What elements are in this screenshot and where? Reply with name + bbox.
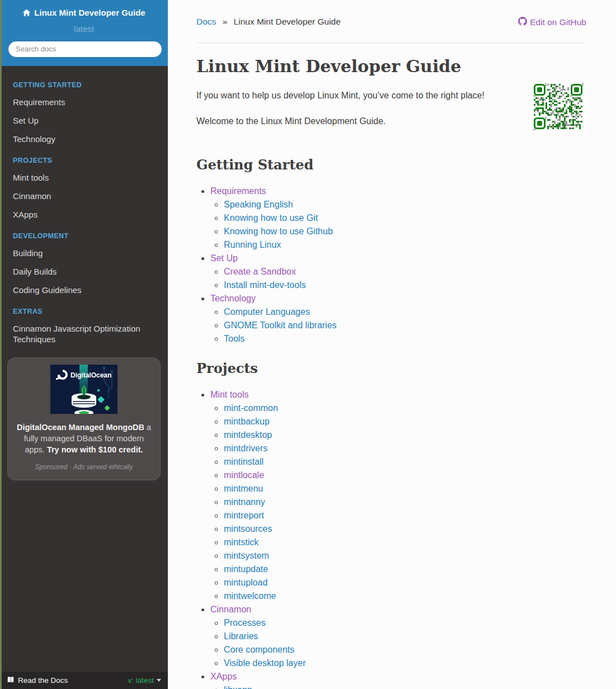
toc-link[interactable]: mintsystem [224, 551, 269, 560]
sidebar-header: Linux Mint Developer Guide latest [0, 0, 168, 66]
toc-link[interactable]: Core components [224, 645, 294, 654]
toc-link[interactable]: mint-common [224, 403, 278, 413]
sidebar-item-xapps[interactable]: XApps [0, 205, 168, 224]
toc-link[interactable]: Mint tools [210, 390, 248, 399]
breadcrumb-divider [196, 43, 586, 43]
toc-subitem: mintinstall [224, 455, 586, 469]
toc-link[interactable]: XApps [210, 672, 237, 681]
toc-link[interactable]: Speaking English [224, 200, 293, 209]
toc-list: RequirementsSpeaking EnglishKnowing how … [210, 185, 586, 346]
toc-link[interactable]: Tools [224, 334, 244, 343]
toc-subitem: mintreport [224, 509, 586, 522]
main-content: Docs » Linux Mint Developer Guide Edit o… [168, 0, 616, 689]
toc-link[interactable]: Computer Languages [224, 307, 310, 317]
toc-sublist: mint-commonmintbackupmintdesktopmintdriv… [224, 402, 586, 603]
toc-link[interactable]: mintupdate [224, 564, 268, 574]
toc-link[interactable]: Knowing how to use Github [224, 226, 333, 236]
toc-item: XAppslibxapppython-xapp [210, 670, 586, 689]
toc-link[interactable]: Technology [210, 294, 256, 303]
toc-sublist: libxapppython-xapp [224, 683, 586, 689]
edit-on-github-link[interactable]: Edit on GitHub [518, 17, 586, 28]
project-title: Linux Mint Developer Guide [34, 7, 145, 18]
toc-link[interactable]: mintinstall [224, 457, 264, 466]
toc-link[interactable]: mintwelcome [224, 591, 276, 601]
toc-item: Set UpCreate a SandboxInstall mint-dev-t… [210, 252, 586, 292]
toc-link[interactable]: Set Up [210, 253, 238, 263]
toc-link[interactable]: GNOME Toolkit and libraries [224, 320, 337, 330]
toc-sublist: ProcessesLibrariesCore componentsVisible… [224, 616, 586, 670]
home-icon [22, 9, 31, 17]
toc-link[interactable]: mintnanny [224, 497, 265, 507]
toc-subitem: Tools [224, 332, 586, 346]
sidebar-item-daily-builds[interactable]: Daily Builds [0, 262, 168, 281]
toc-link[interactable]: Processes [224, 618, 266, 627]
toc-link[interactable]: mintdrivers [224, 443, 267, 453]
section-heading: Projects [196, 360, 586, 377]
breadcrumb: Docs » Linux Mint Developer Guide [196, 17, 341, 27]
toc-link[interactable]: Requirements [210, 186, 266, 196]
sidebar-item-building[interactable]: Building [0, 244, 168, 262]
toc-sublist: Computer LanguagesGNOME Toolkit and libr… [224, 305, 586, 346]
toc-link[interactable]: Create a Sandbox [224, 267, 296, 276]
qr-code-image [530, 80, 586, 135]
sidebar-item-technology[interactable]: Technology [0, 130, 168, 148]
toc-subitem: Visible desktop layer [224, 657, 586, 670]
toc-link[interactable]: Knowing how to use Git [224, 213, 318, 223]
toc-subitem: mintlocale [224, 469, 586, 482]
toc-link[interactable]: mintsources [224, 524, 272, 534]
toc-subitem: mintnanny [224, 495, 586, 509]
toc-subitem: mintstick [224, 536, 586, 549]
toc-item: CinnamonProcessesLibrariesCore component… [210, 603, 586, 670]
toc-item: Mint toolsmint-commonmintbackupmintdeskt… [210, 388, 586, 603]
book-icon [7, 676, 15, 685]
toc-sublist: Create a SandboxInstall mint-dev-tools [224, 265, 586, 292]
toc-subitem: Core components [224, 643, 586, 657]
version-label: latest [8, 24, 160, 34]
page-title: Linux Mint Developer Guide [196, 56, 586, 77]
github-icon [518, 17, 527, 28]
intro-paragraph: If you want to help us develop Linux Min… [196, 89, 586, 102]
search-form [8, 41, 160, 58]
section-heading: Getting Started [196, 157, 586, 173]
sidebar-item-cinnamon[interactable]: Cinnamon [0, 187, 168, 205]
toc-sections: Getting StartedRequirementsSpeaking Engl… [196, 157, 586, 689]
toc-link[interactable]: mintlocale [224, 470, 264, 480]
toc-link[interactable]: Cinnamon [210, 605, 251, 614]
toc-link[interactable]: mintreport [224, 511, 264, 520]
toc-link[interactable]: mintupload [224, 578, 267, 587]
toc-subitem: Install mint-dev-tools [224, 279, 586, 292]
rtd-version-label: v: latest [128, 676, 154, 685]
rtd-version-switcher[interactable]: v: latest [128, 676, 161, 685]
chevron-down-icon [157, 679, 161, 682]
sidebar-item-requirements[interactable]: Requirements [0, 93, 168, 111]
toc-link[interactable]: mintdesktop [224, 430, 272, 440]
toc-subitem: Knowing how to use Git [224, 211, 586, 225]
toc-link[interactable]: Libraries [224, 631, 258, 641]
ad-image[interactable]: DigitalOcean [50, 365, 117, 414]
toc-link[interactable]: Running Linux [224, 240, 281, 249]
search-input[interactable] [8, 41, 162, 58]
sidebar-nav: GETTING STARTEDRequirementsSet UpTechnol… [0, 66, 168, 348]
toc-subitem: libxapp [224, 683, 586, 689]
ad-brand-text: DigitalOcean [70, 371, 111, 379]
sidebar-item-coding-guidelines[interactable]: Coding Guidelines [0, 281, 168, 299]
toc-link[interactable]: Install mint-dev-tools [224, 280, 306, 290]
toc-link[interactable]: mintbackup [224, 417, 270, 426]
toc-link[interactable]: libxapp [224, 685, 252, 689]
sidebar-item-cinnamon-javascript-optimization-techniques[interactable]: Cinnamon Javascript Optimization Techniq… [0, 319, 168, 348]
ad-copy[interactable]: DigitalOcean Managed MongoDB a fully man… [15, 422, 153, 455]
toc-link[interactable]: Visible desktop layer [224, 658, 305, 668]
window-edge-strip [0, 0, 2, 689]
nav-caption: EXTRAS [0, 299, 168, 319]
breadcrumb-docs-link[interactable]: Docs [196, 17, 216, 26]
toc-subitem: mintupdate [224, 563, 586, 576]
rtd-brand-link[interactable]: Read the Docs [7, 676, 68, 685]
toc-subitem: GNOME Toolkit and libraries [224, 319, 586, 332]
toc-link[interactable]: mintmenu [224, 484, 263, 493]
toc-subitem: mintsystem [224, 549, 586, 563]
sidebar-item-mint-tools[interactable]: Mint tools [0, 168, 168, 187]
rtd-flyout: Read the Docs v: latest [0, 672, 168, 689]
toc-link[interactable]: mintstick [224, 537, 258, 547]
project-home-link[interactable]: Linux Mint Developer Guide [22, 7, 145, 18]
sidebar-item-set-up[interactable]: Set Up [0, 111, 168, 130]
